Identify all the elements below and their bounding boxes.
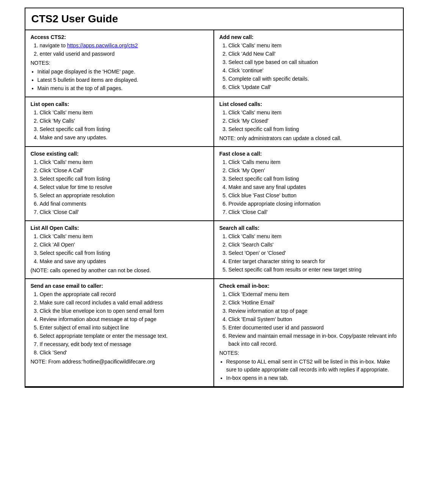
cell-send-case-email: Send an case email to caller: Open the a… xyxy=(25,279,214,387)
list-item: Click 'Add New Call' xyxy=(229,50,398,58)
list-item: Click 'Close Call' xyxy=(40,208,208,216)
list-item: Make and save any updates xyxy=(40,257,208,265)
cts2-link[interactable]: https://apps.pacwilica.org/cts2 xyxy=(67,42,138,48)
note-send-email: NOTE: From address:'hotline@pacificwildl… xyxy=(31,358,208,366)
list-item: Select an appropriate resolution xyxy=(40,192,208,200)
steps-list-open-calls: Click 'Calls' menu item Click 'My Calls'… xyxy=(40,109,208,142)
list-item: Click 'Close A Call' xyxy=(40,167,208,175)
steps-check-email-inbox: Click 'External' menu item Click 'Hotlin… xyxy=(229,290,398,348)
list-item: Select appropriate template or enter the… xyxy=(40,332,208,340)
list-item: Select value for time to resolve xyxy=(40,183,208,191)
list-item: Add final comments xyxy=(40,200,208,208)
list-item: Make sure call record includes a valid e… xyxy=(40,299,208,307)
list-item: Make and save any final updates xyxy=(229,183,398,191)
heading-add-new-call: Add new call: xyxy=(219,34,398,40)
list-item: Open the appropriate call record xyxy=(40,290,208,298)
list-item: Click 'External' menu item xyxy=(229,290,398,298)
list-item: Complete call with specific details. xyxy=(229,75,398,83)
list-item: Click 'All Open' xyxy=(40,241,208,249)
list-item: In-box opens in a new tab. xyxy=(226,374,398,382)
steps-list-all-open-calls: Click 'Calls' menu item Click 'All Open'… xyxy=(40,232,208,265)
list-item: enter valid userid and password xyxy=(40,50,208,58)
heading-access-cts2: Access CTS2: xyxy=(31,34,208,40)
list-item: Main menu is at the top of all pages. xyxy=(38,84,208,92)
cell-access-cts2: Access CTS2: navigate to https://apps.pa… xyxy=(25,30,214,97)
list-item: Review and maintain email message in in-… xyxy=(229,332,398,348)
steps-send-case-email: Open the appropriate call record Make su… xyxy=(40,290,208,357)
title-section: CTS2 User Guide xyxy=(25,8,403,30)
list-item: Click 'continue' xyxy=(229,67,398,75)
list-item: Click 'Calls' menu item xyxy=(229,232,398,240)
cell-search-all-calls: Search all calls: Click 'Calls' menu ite… xyxy=(214,221,403,279)
list-item: Provide appropriate closing information xyxy=(229,200,398,208)
page-title: CTS2 User Guide xyxy=(31,13,397,25)
cell-list-closed-calls: List closed calls: Click 'Calls' menu it… xyxy=(214,97,403,147)
list-item: Click the blue envelope icon to open sen… xyxy=(40,307,208,315)
steps-list-closed-calls: Click 'Calls' menu item Click 'My Closed… xyxy=(229,109,398,133)
heading-check-email-inbox: Check email in-box: xyxy=(219,283,398,289)
cell-close-existing-call: Close existing call: Click 'Calls' menu … xyxy=(25,147,214,221)
notes-label-inbox: NOTES: xyxy=(219,349,398,357)
heading-close-existing-call: Close existing call: xyxy=(31,151,208,157)
list-item: Click 'Send' xyxy=(40,349,208,357)
list-item: Click 'Close Call' xyxy=(229,208,398,216)
page-wrapper: CTS2 User Guide Access CTS2: navigate to… xyxy=(25,8,404,388)
notes-label: NOTES: xyxy=(31,59,208,67)
list-item: Enter documented user id and password xyxy=(229,324,398,332)
list-item: Click 'Search Calls' xyxy=(229,241,398,249)
list-item: Review information about message at top … xyxy=(40,315,208,323)
note-closed-calls: NOTE: only administrators can update a c… xyxy=(219,134,398,142)
notes-list-inbox: Response to ALL email sent in CTS2 will … xyxy=(226,358,398,382)
heading-list-open-calls: List open calls: xyxy=(31,101,208,107)
heading-list-closed-calls: List closed calls: xyxy=(219,101,398,107)
note-all-open-calls: (NOTE: calls opened by another can not b… xyxy=(31,267,208,275)
list-item: Select call type based on call situation xyxy=(229,58,398,66)
list-item: If necessary, edit body text of message xyxy=(40,340,208,348)
list-item: Click 'My Closed' xyxy=(229,117,398,125)
cell-list-open-calls: List open calls: Click 'Calls' menu item… xyxy=(25,97,214,147)
list-item: Select specific call from listing xyxy=(40,175,208,183)
notes-list: Initial page displayed is the 'HOME' pag… xyxy=(38,68,208,92)
list-item: Response to ALL email sent in CTS2 will … xyxy=(226,358,398,374)
list-item: navigate to https://apps.pacwilica.org/c… xyxy=(40,42,208,50)
list-item: Click 'Calls' menu item xyxy=(40,158,208,166)
list-item: Select specific call from listing xyxy=(229,125,398,133)
list-item: Select specific call from listing xyxy=(229,175,398,183)
steps-close-existing-call: Click 'Calls' menu item Click 'Close A C… xyxy=(40,158,208,216)
list-item: Click 'Email System' button xyxy=(229,315,398,323)
list-item: Select specific call from results or ent… xyxy=(229,266,398,274)
steps-search-all-calls: Click 'Calls' menu item Click 'Search Ca… xyxy=(229,232,398,274)
list-item: Click 'My Calls' xyxy=(40,117,208,125)
heading-search-all-calls: Search all calls: xyxy=(219,225,398,231)
heading-fast-close-call: Fast close a call: xyxy=(219,151,398,157)
list-item: Select specific call from listing xyxy=(40,125,208,133)
list-item: Click 'Calls menu item xyxy=(229,158,398,166)
list-item: Review information at top of page xyxy=(229,307,398,315)
cell-check-email-inbox: Check email in-box: Click 'External' men… xyxy=(214,279,403,387)
list-item: Select specific call from listing xyxy=(40,249,208,257)
heading-list-all-open-calls: List All Open Calls: xyxy=(31,225,208,231)
steps-access-cts2: navigate to https://apps.pacwilica.org/c… xyxy=(40,42,208,58)
list-item: Click 'Calls' menu item xyxy=(229,109,398,117)
cell-list-all-open-calls: List All Open Calls: Click 'Calls' menu … xyxy=(25,221,214,279)
list-item: Click 'Hotline Email' xyxy=(229,299,398,307)
list-item: Click 'My Open' xyxy=(229,167,398,175)
list-item: Enter target character string to search … xyxy=(229,257,398,265)
list-item: Latest 5 bulletin board items are displa… xyxy=(38,76,208,84)
list-item: Click blue 'Fast Close' button xyxy=(229,192,398,200)
content-grid: Access CTS2: navigate to https://apps.pa… xyxy=(25,30,403,387)
list-item: Enter subject of email into subject line xyxy=(40,324,208,332)
steps-add-new-call: Click 'Calls' menu item Click 'Add New C… xyxy=(229,42,398,91)
list-item: Click 'Update Call' xyxy=(229,83,398,91)
list-item: Initial page displayed is the 'HOME' pag… xyxy=(38,68,208,76)
steps-fast-close-call: Click 'Calls menu item Click 'My Open' S… xyxy=(229,158,398,216)
list-item: Click 'Calls' menu item xyxy=(40,232,208,240)
list-item: Click 'Calls' menu item xyxy=(40,109,208,117)
cell-add-new-call: Add new call: Click 'Calls' menu item Cl… xyxy=(214,30,403,97)
cell-fast-close-call: Fast close a call: Click 'Calls menu ite… xyxy=(214,147,403,221)
list-item: Click 'Calls' menu item xyxy=(229,42,398,50)
heading-send-case-email: Send an case email to caller: xyxy=(31,283,208,289)
list-item: Select 'Open' or 'Closed' xyxy=(229,249,398,257)
list-item: Make and save any updates. xyxy=(40,134,208,142)
